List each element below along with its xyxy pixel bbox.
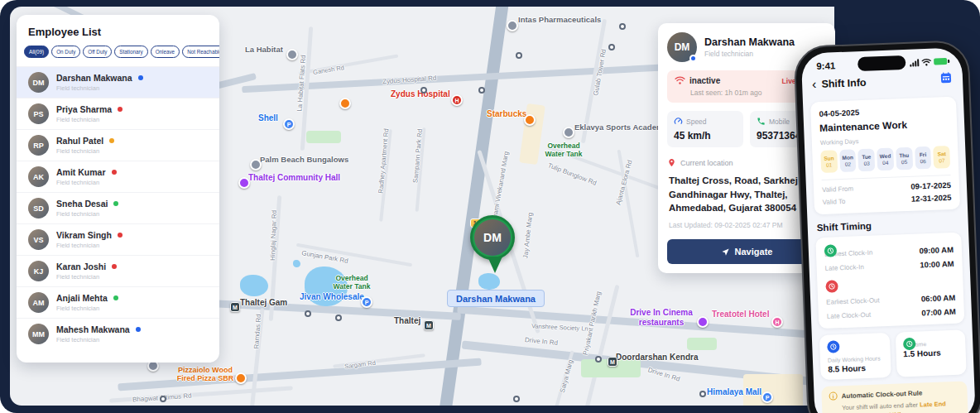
employee-role: Field technician — [56, 147, 114, 155]
status-dot — [136, 327, 141, 332]
poi-marker[interactable] — [563, 127, 574, 138]
poi-marker[interactable] — [250, 159, 262, 170]
poi-marker[interactable] — [697, 316, 709, 328]
employee-row[interactable]: KJ Karan Joshi Field technician — [17, 255, 219, 286]
poi-marker[interactable]: P — [361, 296, 372, 308]
pond — [293, 260, 300, 267]
employee-row[interactable]: AM Anjali Mehta Field technician — [17, 286, 219, 318]
phone-bezel: 9:41 ‹ Shift Info — [793, 40, 980, 413]
status-dot — [113, 201, 118, 206]
overtime-clock-icon — [902, 338, 915, 351]
employee-info: Amit Kumar Field technician — [56, 167, 117, 186]
avatar-initials: DM — [675, 41, 690, 53]
day-chip[interactable]: Sat07 — [933, 146, 950, 169]
employee-info: Mahesh Makwana Field technician — [56, 324, 141, 343]
map-label: Starbucks — [487, 109, 526, 118]
poi-marker[interactable] — [513, 396, 520, 402]
pin-circle: DM — [470, 215, 515, 260]
employee-role: Field technician — [56, 210, 118, 218]
poi-marker[interactable] — [235, 372, 247, 384]
filter-chip[interactable]: All(09) — [24, 46, 49, 58]
filter-chip[interactable]: Off Duty — [83, 46, 112, 58]
poi-marker[interactable]: M — [608, 357, 617, 367]
employee-map-pin[interactable]: DM — [470, 215, 520, 273]
rule-title: Automatic Clock-out Rule — [841, 389, 922, 400]
dynamic-island — [858, 55, 906, 71]
poi-marker-glyph: M — [610, 359, 615, 365]
poi-marker[interactable] — [507, 20, 518, 31]
poi-marker[interactable] — [160, 396, 166, 402]
employee-row[interactable]: RP Rahul Patel Field technician — [17, 129, 219, 161]
pond — [240, 275, 268, 296]
map-label: Drive In Rd — [525, 336, 559, 347]
employee-row[interactable]: MM Mahesh Makwana Field technician — [17, 318, 219, 349]
poi-marker[interactable] — [339, 98, 351, 109]
navigate-label: Navigate — [735, 247, 773, 257]
poi-marker[interactable] — [595, 356, 602, 363]
online-status-dot — [689, 55, 697, 62]
shift-card: 04-05-2025 Maintenance Work Working Days… — [810, 97, 960, 215]
employee-name: Anjali Mehta — [56, 293, 118, 303]
employee-name: Vikram Singh — [56, 230, 122, 240]
poi-marker[interactable] — [335, 315, 342, 321]
poi-marker[interactable]: H — [771, 316, 783, 328]
poi-marker[interactable]: M — [424, 320, 434, 330]
employee-row[interactable]: DM Darshan Makwana Field technician — [17, 66, 219, 98]
map-label: Doordarshan Kendra — [616, 353, 698, 362]
employee-row[interactable]: AK Amit Kumar Field technician — [17, 161, 219, 192]
status-time: 9:41 — [816, 60, 835, 71]
filter-chip[interactable]: Stationary — [114, 46, 147, 58]
working-days-label: Working Days — [820, 134, 949, 146]
poi-marker[interactable] — [286, 49, 298, 60]
daily-hours-clock-icon — [827, 340, 840, 353]
avatar: MM — [28, 324, 49, 344]
poi-marker[interactable] — [516, 52, 522, 59]
poi-marker[interactable]: P — [283, 118, 295, 130]
map-label: Pizzaiolo Wood Fired Pizza SBR — [169, 366, 242, 383]
overtime-card: Overtime 1.5 Hours — [895, 329, 967, 377]
avatar: RP — [28, 135, 49, 156]
avatar: KJ — [28, 261, 49, 281]
poi-marker[interactable] — [305, 310, 311, 317]
phone-screen: 9:41 ‹ Shift Info — [801, 47, 976, 413]
pin-name-label[interactable]: Darshan Makwana — [447, 290, 545, 307]
employee-list: DM Darshan Makwana Field technician PS P… — [17, 66, 219, 349]
employee-row[interactable]: PS Priya Sharma Field technician — [17, 98, 219, 129]
filter-chip[interactable]: Not Reachable — [182, 46, 219, 58]
day-chip[interactable]: Sun01 — [820, 150, 838, 173]
poi-marker[interactable]: P — [761, 391, 773, 403]
poi-marker[interactable] — [478, 87, 485, 94]
poi-marker[interactable]: M — [230, 302, 240, 312]
poi-marker[interactable]: H — [451, 94, 463, 106]
map-label: Treatotel Hotel — [712, 310, 769, 319]
employee-info: Vikram Singh Field technician — [56, 230, 122, 249]
speed-stat: Speed 45 km/h — [667, 111, 743, 147]
poi-marker[interactable] — [619, 23, 626, 30]
employee-row[interactable]: SD Sneha Desai Field technician — [17, 192, 219, 223]
back-chevron-icon[interactable]: ‹ — [812, 78, 817, 91]
poi-marker[interactable] — [699, 391, 706, 397]
employee-name: Rahul Patel — [56, 136, 114, 146]
daily-hours-label: Daily Working Hours — [828, 355, 883, 363]
poi-marker[interactable] — [524, 114, 536, 126]
status-dot — [118, 233, 122, 238]
day-chip[interactable]: Thu05 — [896, 147, 913, 170]
filter-chip[interactable]: Onleave — [151, 46, 180, 58]
calendar-icon[interactable] — [939, 71, 954, 89]
wifi-icon — [921, 58, 931, 65]
day-chip[interactable]: Fri06 — [915, 146, 932, 170]
day-chip[interactable]: Wed04 — [877, 148, 894, 171]
day-chip[interactable]: Tue03 — [858, 148, 876, 171]
employee-row[interactable]: VS Vikram Singh Field technician — [17, 223, 219, 255]
employee-name: Darshan Makwana — [56, 73, 143, 83]
poi-marker[interactable] — [420, 87, 427, 94]
poi-marker[interactable] — [238, 177, 250, 189]
day-chip[interactable]: Mon02 — [839, 149, 857, 172]
status-dot — [138, 75, 143, 80]
filter-chip[interactable]: On Duty — [51, 46, 80, 58]
poi-marker[interactable] — [608, 44, 615, 50]
employee-name: Priya Sharma — [56, 104, 122, 114]
detail-name: Darshan Makwana — [704, 36, 795, 48]
employee-role: Field technician — [56, 336, 141, 343]
employee-role: Field technician — [56, 84, 143, 92]
